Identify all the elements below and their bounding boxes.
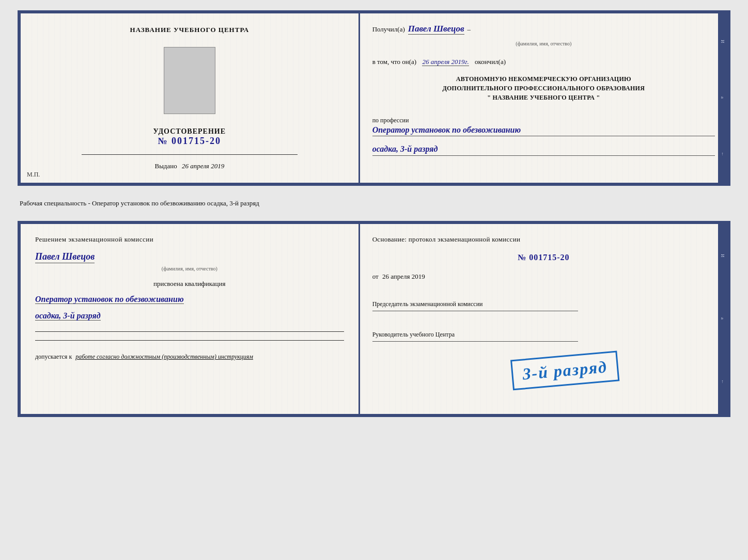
doc2-allowed-value: работе согласно должностным (производств…	[75, 353, 253, 360]
separator-text: Рабочая специальность - Оператор установ…	[18, 195, 730, 212]
doc2-date-value: 26 апреля 2019	[382, 273, 425, 280]
doc1-issued-date: 26 апреля 2019	[182, 162, 224, 170]
doc2-decision-text: Решением экзаменационной комиссии	[35, 234, 344, 245]
doc2-chairman-label: Председатель экзаменационной комиссии	[372, 299, 715, 309]
head-sign-line	[372, 341, 578, 342]
doc2-date-prefix: от	[372, 273, 379, 280]
doc2-person-name: Павел Швецов	[35, 251, 95, 263]
chairman-sign-line	[372, 311, 578, 311]
doc1-date-value: 26 апреля 2019г.	[422, 58, 469, 66]
doc2-fio-subtitle: (фамилия, имя, отчество)	[162, 266, 217, 271]
doc2-protocol-number: № 001715-20	[372, 253, 715, 262]
doc1-received-label: Получил(а)	[372, 24, 405, 35]
doc1-recipient-name: Павел Швецов	[408, 24, 464, 35]
doc1-in-that: в том, что он(а)	[372, 58, 417, 66]
doc1-dash: –	[467, 24, 471, 35]
doc1-org-line2: ДОПОЛНИТЕЛЬНОГО ПРОФЕССИОНАЛЬНОГО ОБРАЗО…	[372, 84, 715, 93]
doc2-right-panel: Основание: протокол экзаменационной коми…	[360, 224, 727, 414]
doc1-issued-label: Выдано	[154, 162, 177, 170]
doc1-profession-value: Оператор установок по обезвоживанию	[372, 124, 715, 136]
doc1-left-panel: НАЗВАНИЕ УЧЕБНОГО ЦЕНТРА УДОСТОВЕРЕНИЕ №…	[21, 13, 360, 183]
doc1-cert-number: № 001715-20	[153, 136, 226, 147]
doc2-left-panel: Решением экзаменационной комиссии Павел …	[21, 224, 360, 414]
doc2-qualification-value2: осадка, 3-й разряд	[35, 311, 101, 321]
doc1-mp: М.П.	[27, 171, 40, 179]
side-decoration-2: И а ←	[718, 224, 727, 414]
doc1-issued-line: Выдано 26 апреля 2019	[154, 162, 224, 170]
doc2-head-label: Руководитель учебного Центра	[372, 330, 715, 339]
doc1-right-panel: Получил(а) Павел Швецов – (фамилия, имя,…	[360, 13, 727, 183]
doc1-rank-value: осадка, 3-й разряд	[372, 143, 715, 155]
doc2-qualification-label: присвоена квалификация	[35, 280, 344, 288]
doc1-photo	[164, 47, 215, 114]
doc1-fio-subtitle: (фамилия, имя, отчество)	[516, 41, 571, 46]
doc1-org-line3: " НАЗВАНИЕ УЧЕБНОГО ЦЕНТРА "	[372, 93, 715, 102]
page-wrapper: НАЗВАНИЕ УЧЕБНОГО ЦЕНТРА УДОСТОВЕРЕНИЕ №…	[18, 10, 730, 417]
stamp: 3-й разряд	[510, 351, 619, 391]
doc1-org-line1: АВТОНОМНУЮ НЕКОММЕРЧЕСКУЮ ОРГАНИЗАЦИЮ	[372, 74, 715, 84]
doc2-basis-text: Основание: протокол экзаменационной коми…	[372, 234, 715, 245]
doc1-center-title: НАЗВАНИЕ УЧЕБНОГО ЦЕНТРА	[130, 26, 250, 34]
doc2-allowed-label: допускается к	[35, 353, 72, 360]
doc1-cert-label: УДОСТОВЕРЕНИЕ	[153, 127, 226, 136]
document-2: Решением экзаменационной комиссии Павел …	[18, 221, 730, 417]
document-1: НАЗВАНИЕ УЧЕБНОГО ЦЕНТРА УДОСТОВЕРЕНИЕ №…	[18, 10, 730, 186]
doc2-qualification-value1: Оператор установок по обезвоживанию	[35, 295, 184, 304]
doc1-profession-label: по профессии	[372, 117, 715, 124]
side-decoration: И а ←	[718, 13, 727, 183]
doc1-finished-label: окончил(а)	[475, 58, 506, 66]
